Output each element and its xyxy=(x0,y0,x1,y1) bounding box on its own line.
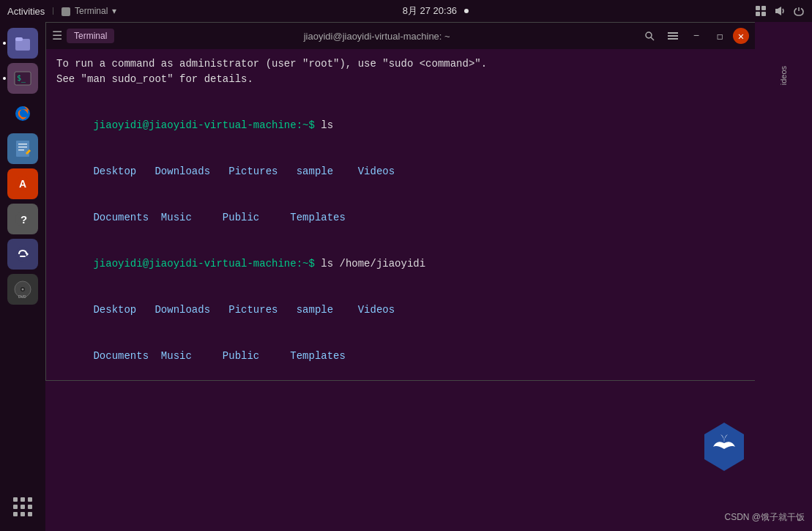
dir-documents2: Documents xyxy=(93,350,160,362)
terminal-titlebar: ☰ Terminal jiaoyidi@jiaoyidi-virtual-mac… xyxy=(46,23,755,49)
top-terminal-label[interactable]: Terminal ▾ xyxy=(62,6,116,16)
svg-text:A: A xyxy=(19,178,26,190)
files-icon xyxy=(12,33,33,53)
watermark: CSDN @饿子就干饭 xyxy=(724,511,805,524)
apps-grid-button[interactable] xyxy=(7,491,38,522)
svg-rect-13 xyxy=(18,149,24,151)
dir-sample2: sample xyxy=(297,304,358,316)
right-panel: ideos xyxy=(755,22,812,531)
terminal-icon: $_ xyxy=(12,68,33,89)
taskbar: $_ A ? xyxy=(0,22,45,531)
dvd-icon: DVD xyxy=(12,279,33,300)
dvd-app-icon[interactable]: DVD xyxy=(7,274,38,305)
active-indicator xyxy=(3,77,6,80)
top-bar-right xyxy=(755,5,805,17)
notification-dot xyxy=(464,9,469,13)
dir-pictures1: Pictures xyxy=(228,166,296,177)
dir-documents1: Documents xyxy=(93,212,160,223)
term-line-ls-row2: Documents Music Public Templates xyxy=(56,195,745,241)
maximize-button[interactable]: ◻ xyxy=(709,27,730,45)
svg-rect-28 xyxy=(668,35,678,37)
help-app-icon[interactable]: ? xyxy=(7,204,38,234)
right-panel-label: ideos xyxy=(779,66,788,85)
minimize-button[interactable]: − xyxy=(686,27,707,45)
titlebar-left: ☰ Terminal xyxy=(52,29,114,43)
svg-rect-1 xyxy=(761,6,766,10)
svg-rect-12 xyxy=(18,146,27,148)
writer-icon xyxy=(12,138,33,159)
grid-dots-icon xyxy=(13,497,32,516)
appcenter-icon: A xyxy=(12,174,33,194)
term-line-ls-sample-cmd: jiaoyidi@jiaoyidi-virtual-machine:~$ ls … xyxy=(56,379,745,380)
svg-text:$_: $_ xyxy=(17,74,26,83)
bird-icon-svg xyxy=(699,421,750,472)
terminal-app-icon[interactable]: $_ xyxy=(7,63,38,94)
svg-rect-27 xyxy=(668,32,678,34)
cmd2: ls /home/jiaoyidi xyxy=(321,258,425,270)
term-line-sudo-msg1: To run a command as administrator (user … xyxy=(56,56,745,72)
power-icon[interactable] xyxy=(793,5,805,17)
term-line-ls-cmd: jiaoyidi@jiaoyidi-virtual-machine:~$ ls xyxy=(56,103,745,149)
dir-pictures2: Pictures xyxy=(228,304,296,316)
term-line-sudo-msg2: See "man sudo_root" for details. xyxy=(56,72,745,87)
svg-rect-6 xyxy=(15,37,23,41)
svg-rect-29 xyxy=(668,38,678,40)
dir-music1: Music xyxy=(161,212,223,223)
dir-downloads1: Downloads xyxy=(154,166,228,177)
dir-downloads2: Downloads xyxy=(154,304,228,316)
svg-text:DVD: DVD xyxy=(18,294,26,299)
terminal-title: jiaoyidi@jiaoyidi-virtual-machine: ~ xyxy=(304,31,450,42)
term-line-ls-home-row1: Desktop Downloads Pictures sample Videos xyxy=(56,287,745,333)
term-line-ls-home-row2: Documents Music Public Templates xyxy=(56,333,745,379)
top-system-bar: Activities | Terminal ▾ 8月 27 20:36 xyxy=(0,0,812,22)
search-button[interactable] xyxy=(639,27,660,45)
prompt2: jiaoyidi@jiaoyidi-virtual-machine:~$ xyxy=(93,258,321,270)
svg-rect-20 xyxy=(20,256,26,257)
svg-marker-4 xyxy=(775,7,781,15)
term-blank1 xyxy=(56,87,745,103)
svg-text:?: ? xyxy=(21,213,27,226)
terminal-window: ☰ Terminal jiaoyidi@jiaoyidi-virtual-mac… xyxy=(45,22,756,381)
files-app-icon[interactable] xyxy=(7,28,38,59)
dir-templates2: Templates xyxy=(290,350,346,362)
svg-rect-3 xyxy=(761,12,766,16)
dir-videos2: Videos xyxy=(358,304,395,316)
firefox-icon xyxy=(12,103,33,124)
top-bar-datetime: 8月 27 20:36 xyxy=(403,4,469,18)
top-bar-left: Activities | Terminal ▾ xyxy=(7,6,116,17)
dir-sample1: sample xyxy=(297,166,358,177)
term-line-ls-row1: Desktop Downloads Pictures sample Videos xyxy=(56,149,745,195)
hamburger-button[interactable] xyxy=(663,27,683,45)
window-manager-icon[interactable] xyxy=(755,5,767,17)
dir-desktop1: Desktop xyxy=(93,166,154,177)
close-button[interactable]: ✕ xyxy=(733,28,749,44)
firefox-app-icon[interactable] xyxy=(7,98,38,129)
terminal-content[interactable]: To run a command as administrator (user … xyxy=(46,49,755,380)
active-indicator xyxy=(3,42,6,45)
term-line-ls-home-cmd: jiaoyidi@jiaoyidi-virtual-machine:~$ ls … xyxy=(56,241,745,287)
dir-desktop2: Desktop xyxy=(93,304,154,316)
cmd1: ls xyxy=(321,119,333,131)
terminal-tab[interactable]: Terminal xyxy=(67,29,114,43)
appcenter-app-icon[interactable]: A xyxy=(7,168,38,199)
svg-point-25 xyxy=(646,32,652,38)
svg-rect-2 xyxy=(756,12,760,16)
dir-public1: Public xyxy=(223,212,290,223)
volume-icon[interactable] xyxy=(774,5,786,17)
activities-button[interactable]: Activities xyxy=(7,6,45,17)
prompt1: jiaoyidi@jiaoyidi-virtual-machine:~$ xyxy=(93,119,321,131)
svg-line-26 xyxy=(651,37,654,40)
svg-point-23 xyxy=(22,289,24,291)
dir-templates1: Templates xyxy=(290,212,346,223)
terminal-menu-icon[interactable]: ☰ xyxy=(52,29,62,43)
bird-app-icon[interactable] xyxy=(699,421,750,472)
dir-public2: Public xyxy=(223,350,290,362)
svg-rect-11 xyxy=(18,144,27,145)
dir-videos1: Videos xyxy=(358,166,395,177)
updater-app-icon[interactable] xyxy=(7,239,38,270)
dir-music2: Music xyxy=(161,350,223,362)
writer-app-icon[interactable] xyxy=(7,133,38,164)
svg-rect-0 xyxy=(756,6,760,10)
updater-icon xyxy=(12,244,33,264)
help-icon: ? xyxy=(12,209,33,229)
